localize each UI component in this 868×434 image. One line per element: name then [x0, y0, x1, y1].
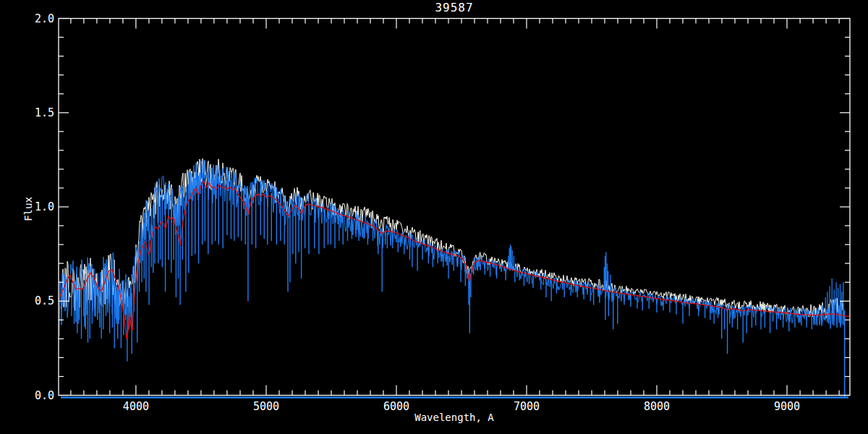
y-tick-label: 2.0: [35, 12, 54, 25]
x-axis-title: Wavelength, A: [59, 412, 850, 423]
spectrum-plot: 4000500060007000800090000.00.51.01.52.0: [0, 0, 868, 434]
y-tick-label: 1.5: [35, 106, 54, 119]
spectrum-figure: 4000500060007000800090000.00.51.01.52.0 …: [0, 0, 868, 434]
observed-spectrum-series: [59, 160, 848, 398]
y-tick-label: 0.0: [35, 389, 54, 402]
y-tick-label: 1.0: [35, 200, 54, 213]
y-tick-label: 0.5: [35, 294, 54, 307]
y-axis-title: Flux: [22, 162, 34, 256]
plot-title: 39587: [59, 1, 850, 14]
